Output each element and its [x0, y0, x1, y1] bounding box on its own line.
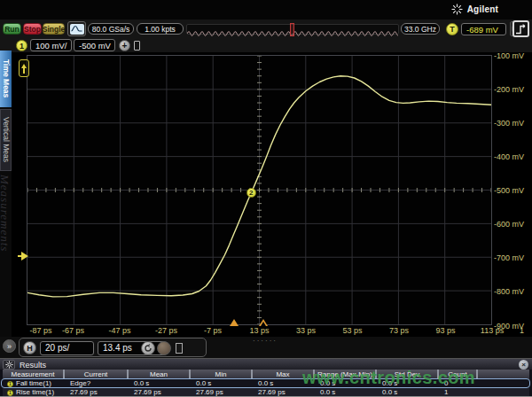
y-axis-label: -600 mV: [494, 220, 524, 229]
x-axis-label: -67 ps: [54, 326, 93, 335]
results-settings-button[interactable]: [3, 360, 15, 370]
toolbar: Run Stop Single 80.0 GSa/s 1.00 kpts 33.…: [0, 19, 532, 53]
measurement-value-cell: 0.0 s: [127, 379, 189, 388]
expand-dock-button[interactable]: »: [3, 339, 16, 353]
x-axis-label: 113 ps: [473, 326, 512, 335]
x-axis-label: -47 ps: [100, 326, 139, 335]
splitter-handle[interactable]: ······: [253, 337, 278, 345]
panel-toggle-icon[interactable]: [176, 343, 183, 354]
results-column-header[interactable]: Min: [189, 370, 251, 379]
y-axis-label: -400 mV: [494, 152, 524, 161]
sample-rate-readout[interactable]: 80.0 GSa/s: [88, 23, 134, 35]
measurements-watermark: Measurements: [0, 175, 12, 343]
results-close-button[interactable]: ×: [519, 360, 528, 370]
acquisition-preview-strip[interactable]: [186, 24, 399, 35]
y-axis-label: -100 mV: [494, 51, 524, 60]
measurement-value-cell: Edge?: [63, 379, 127, 388]
touch-knob-button[interactable]: [157, 341, 171, 355]
measurement-name-cell[interactable]: 1Fall time(1): [3, 379, 63, 388]
site-watermark: www.cntronics.com: [302, 368, 475, 388]
channel1-offset-field[interactable]: -500 mV: [74, 39, 115, 51]
y-axis-label: -300 mV: [494, 119, 524, 128]
stop-button[interactable]: Stop: [23, 23, 42, 35]
waveform-plot: [27, 56, 491, 324]
single-button[interactable]: Single: [43, 23, 65, 35]
results-column-header[interactable]: Current: [63, 370, 127, 379]
autoscale-button[interactable]: [67, 21, 86, 36]
x-axis-label: -27 ps: [147, 326, 186, 335]
trigger-level-marker[interactable]: [21, 252, 28, 261]
x-axis-label: 93 ps: [426, 326, 466, 335]
channel1-scale-field[interactable]: 100 mV/: [30, 39, 72, 51]
x-axis-label: 33 ps: [286, 326, 325, 335]
y-axis-label: -800 mV: [494, 287, 524, 296]
trigger-setup-button[interactable]: [512, 20, 529, 37]
measurement-value-cell: 0.0 s: [189, 379, 251, 388]
title-strip: Agilent: [0, 0, 532, 19]
measurement-value-cell: [476, 379, 529, 388]
corner-channel-indicator: 1: [520, 326, 524, 335]
brand-logo: Agilent: [451, 4, 498, 15]
x-axis-labels: 1 -87 ps-67 ps-47 ps-27 ps-7 ps13 ps33 p…: [0, 325, 532, 337]
zoom-mode-button[interactable]: [141, 341, 155, 355]
timebase-scale-field[interactable]: 20 ps/: [40, 341, 94, 355]
brand-name: Agilent: [467, 4, 498, 14]
results-column-header[interactable]: Measurement: [3, 370, 63, 379]
x-axis-label: -7 ps: [193, 326, 232, 335]
horizontal-badge[interactable]: H: [23, 341, 36, 354]
gear-icon: [5, 361, 13, 369]
sidebar: Time Meas Vertical Meas Measurements: [0, 51, 12, 337]
results-column-header[interactable]: Mean: [127, 370, 189, 379]
probe-config-icon[interactable]: [134, 41, 140, 51]
x-axis-label: 73 ps: [379, 326, 419, 335]
y-axis-label: -700 mV: [494, 253, 524, 262]
measurement-channel-badge: 1: [7, 390, 13, 396]
bandwidth-readout[interactable]: 33.0 GHz: [401, 23, 440, 35]
measurement-channel-badge: 1: [7, 381, 13, 387]
horizontal-bar: » H 20 ps/ 13.4 ps ······: [0, 337, 532, 358]
tab-vertical-meas[interactable]: Vertical Meas: [0, 109, 12, 171]
channel1-clipped-ground-marker: [19, 59, 29, 77]
x-axis-label: 13 ps: [240, 326, 279, 335]
measurement-name: Fall time(1): [16, 379, 51, 388]
add-channel-button[interactable]: +: [119, 40, 130, 51]
waveform-display[interactable]: 2: [27, 55, 492, 325]
agilent-starburst-icon: [451, 4, 463, 15]
trigger-level-field[interactable]: -689 mV: [461, 23, 506, 35]
trigger-edge-icon: [515, 23, 528, 35]
results-title: Results: [20, 361, 46, 370]
tab-time-meas[interactable]: Time Meas: [0, 51, 12, 107]
waveform-marker-2[interactable]: 2: [246, 188, 256, 198]
circular-arrow-icon: [144, 344, 153, 353]
memory-depth-readout[interactable]: 1.00 kpts: [137, 23, 184, 35]
y-axis-label: -200 mV: [494, 85, 524, 94]
run-button[interactable]: Run: [3, 23, 21, 35]
trigger-badge[interactable]: T: [446, 23, 458, 35]
oscilloscope-screen: Agilent Run Stop Single 80.0 GSa/s 1.00 …: [0, 0, 532, 397]
y-axis-label: -500 mV: [494, 186, 524, 195]
autoscale-waveform-icon: [70, 24, 84, 35]
timebase-group: H 20 ps/ 13.4 ps: [19, 338, 207, 357]
results-column-header[interactable]: [476, 370, 529, 379]
channel1-badge[interactable]: 1: [16, 40, 27, 51]
y-axis-labels: -100 mV-200 mV-300 mV-400 mV-500 mV-600 …: [494, 55, 532, 325]
preview-position-marker[interactable]: [290, 23, 294, 36]
x-axis-label: 53 ps: [333, 326, 372, 335]
